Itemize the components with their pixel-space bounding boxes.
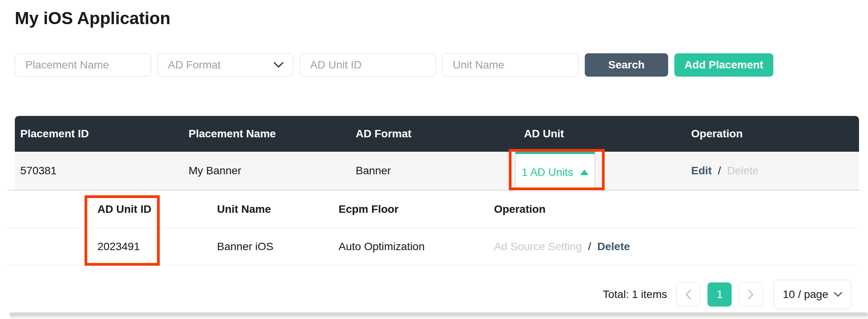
chevron-right-icon — [748, 289, 754, 300]
cell-placement-name: My Banner — [183, 165, 350, 177]
header-operation: Operation — [686, 128, 859, 140]
page-1-button[interactable]: 1 — [707, 282, 732, 307]
header-placement-name: Placement Name — [183, 128, 350, 140]
horizontal-scrollbar[interactable] — [9, 312, 868, 316]
ad-units-subtable: AD Unit ID Unit Name Ecpm Floor Operatio… — [8, 190, 860, 265]
ad-units-toggle-label: 1 AD Units — [522, 166, 573, 179]
placements-table: Placement ID Placement Name AD Format AD… — [15, 116, 859, 190]
placement-name-input[interactable] — [15, 53, 151, 77]
search-button[interactable]: Search — [585, 53, 668, 77]
sub-operation-separator: / — [585, 240, 594, 252]
cell-operation: Edit / Delete — [686, 165, 859, 177]
filter-bar: AD Format Search Add Placement — [15, 53, 773, 77]
cell-sub-operation: Ad Source Setting / Delete — [494, 240, 860, 253]
header-placement-id: Placement ID — [15, 128, 183, 140]
chevron-left-icon — [685, 289, 692, 300]
ad-format-select-placeholder: AD Format — [168, 59, 221, 71]
subtable-header: AD Unit ID Unit Name Ecpm Floor Operatio… — [8, 191, 860, 228]
ad-units-toggle-button[interactable]: 1 AD Units — [515, 152, 595, 191]
unit-name-input[interactable] — [442, 53, 579, 77]
ad-format-select[interactable]: AD Format — [157, 53, 293, 77]
cell-unit-name: Banner iOS — [217, 240, 339, 253]
cell-ecpm-floor: Auto Optimization — [339, 240, 494, 253]
chevron-down-icon — [834, 292, 842, 297]
header-ad-unit: AD Unit — [519, 128, 686, 140]
subheader-ecpm-floor: Ecpm Floor — [339, 203, 494, 216]
page-size-value: 10 / page — [783, 288, 828, 301]
header-ad-format: AD Format — [350, 128, 519, 140]
add-placement-button[interactable]: Add Placement — [674, 53, 773, 77]
subheader-ad-unit-id: AD Unit ID — [97, 203, 217, 216]
pagination: Total: 1 items 1 10 / page — [603, 279, 851, 310]
subheader-unit-name: Unit Name — [217, 203, 339, 216]
triangle-up-icon — [580, 170, 589, 175]
pagination-total: Total: 1 items — [603, 288, 667, 301]
edit-link[interactable]: Edit — [691, 165, 712, 177]
placements-table-header: Placement ID Placement Name AD Format AD… — [15, 116, 859, 152]
delete-link-disabled[interactable]: Delete — [727, 165, 759, 177]
subheader-operation: Operation — [494, 203, 860, 216]
operation-separator: / — [715, 165, 724, 177]
horizontal-scrollbar-track — [9, 317, 868, 318]
cell-placement-id: 570381 — [15, 165, 183, 177]
ad-unit-row: 2023491 Banner iOS Auto Optimization Ad … — [8, 228, 860, 265]
ad-unit-id-input[interactable] — [300, 53, 436, 77]
cell-ad-unit-id: 2023491 — [97, 240, 217, 253]
prev-page-button[interactable] — [676, 282, 700, 307]
next-page-button[interactable] — [739, 282, 763, 307]
sub-delete-link[interactable]: Delete — [597, 240, 630, 252]
cell-ad-format: Banner — [350, 165, 519, 177]
page-title: My iOS Application — [15, 9, 170, 28]
page-size-select[interactable]: 10 / page — [774, 280, 851, 309]
table-row: 570381 My Banner Banner Edit / Delete — [15, 152, 859, 190]
placement-management-page: My iOS Application AD Format Search Add … — [0, 0, 868, 319]
chevron-down-icon — [273, 62, 284, 68]
ad-source-setting-link-disabled[interactable]: Ad Source Setting — [494, 240, 582, 252]
